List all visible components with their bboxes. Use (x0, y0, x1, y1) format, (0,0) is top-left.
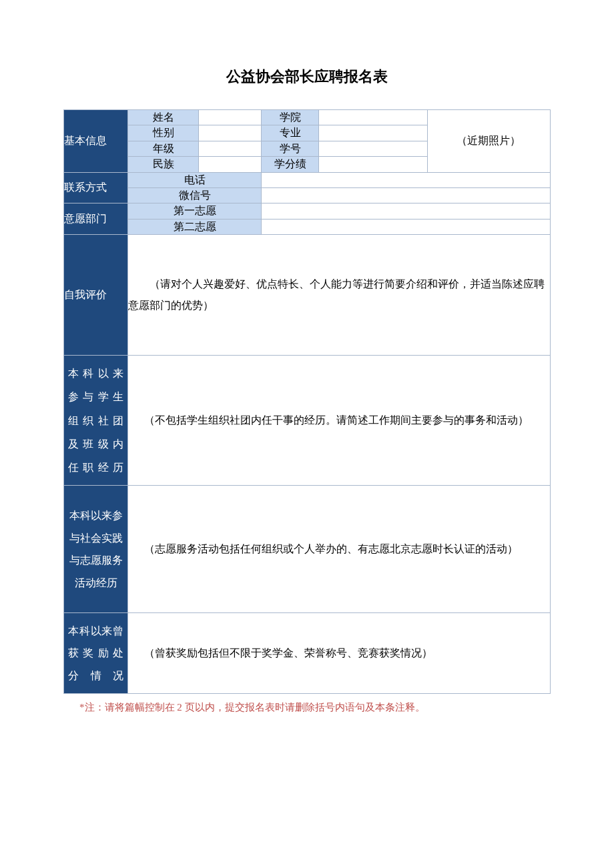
label-phone: 电话 (128, 172, 262, 187)
label-gender: 性别 (128, 125, 199, 141)
section-awards-head: 本科以来曾 获 奖 励 处分情况 (64, 613, 128, 694)
section-selfeval-head: 自我评价 (64, 235, 128, 356)
value-major[interactable] (319, 125, 427, 141)
value-stuno[interactable] (319, 141, 427, 156)
label-college: 学院 (262, 110, 319, 125)
volunteer-text[interactable]: （志愿服务活动包括任何组织或个人举办的、有志愿北京志愿时长认证的活动） (128, 486, 551, 613)
label-grade: 年级 (128, 141, 199, 156)
value-ethnic[interactable] (199, 157, 262, 172)
value-second-wish[interactable] (262, 219, 551, 234)
value-grade[interactable] (199, 141, 262, 156)
value-gpa[interactable] (319, 157, 427, 172)
selfeval-text[interactable]: （请对个人兴趣爱好、优点特长、个人能力等进行简要介绍和评价，并适当陈述应聘意愿部… (128, 235, 551, 356)
section-wish-head: 意愿部门 (64, 203, 128, 235)
section-volunteer-head: 本科以来参与社会实践与志愿服务活动经历 (64, 486, 128, 613)
value-phone[interactable] (262, 172, 551, 187)
form-note: *注：请将篇幅控制在 2 页以内，提交报名表时请删除括号内语句及本条注释。 (63, 694, 551, 715)
label-gpa: 学分绩 (262, 157, 319, 172)
section-basic-head: 基本信息 (64, 110, 128, 173)
application-form: 基本信息 姓名 学院 （近期照片） 性别 专业 年级 学号 民族 学分绩 联 (63, 109, 551, 694)
value-name[interactable] (199, 110, 262, 125)
value-wechat[interactable] (262, 187, 551, 203)
label-first-wish: 第一志愿 (128, 203, 262, 219)
value-gender[interactable] (199, 125, 262, 141)
page-title: 公益协会部长应聘报名表 (63, 67, 551, 87)
label-ethnic: 民族 (128, 157, 199, 172)
awards-text[interactable]: （曾获奖励包括但不限于奖学金、荣誉称号、竞赛获奖情况） (128, 613, 551, 694)
label-major: 专业 (262, 125, 319, 141)
section-experience-head: 本 科 以 来 参 与 学 生 组 织 社 团 及 班 级 内 任职经历 (64, 356, 128, 486)
label-stuno: 学号 (262, 141, 319, 156)
section-contact-head: 联系方式 (64, 172, 128, 203)
label-wechat: 微信号 (128, 187, 262, 203)
experience-text[interactable]: （不包括学生组织社团内任干事的经历。请简述工作期间主要参与的事务和活动） (128, 356, 551, 486)
photo-placeholder: （近期照片） (427, 110, 550, 173)
value-first-wish[interactable] (262, 203, 551, 219)
value-college[interactable] (319, 110, 427, 125)
label-second-wish: 第二志愿 (128, 219, 262, 234)
label-name: 姓名 (128, 110, 199, 125)
